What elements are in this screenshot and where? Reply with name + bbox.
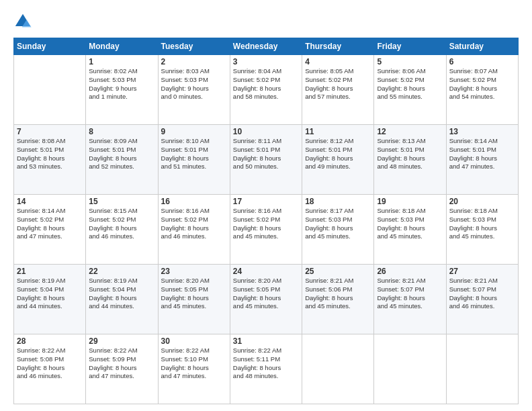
calendar-cell: 1Sunrise: 8:02 AMSunset: 5:03 PMDaylight… bbox=[86, 55, 158, 125]
day-number: 1 bbox=[89, 57, 154, 66]
weekday-header: Wednesday bbox=[230, 38, 302, 55]
day-info: Sunrise: 8:21 AMSunset: 5:07 PMDaylight:… bbox=[377, 277, 443, 311]
day-number: 27 bbox=[449, 267, 515, 276]
day-info: Sunrise: 8:13 AMSunset: 5:01 PMDaylight:… bbox=[377, 137, 443, 171]
calendar-cell: 9Sunrise: 8:10 AMSunset: 5:01 PMDaylight… bbox=[158, 125, 230, 195]
day-number: 30 bbox=[161, 336, 227, 346]
calendar-week-row: 14Sunrise: 8:14 AMSunset: 5:02 PMDayligh… bbox=[14, 195, 519, 265]
day-info: Sunrise: 8:08 AMSunset: 5:01 PMDaylight:… bbox=[17, 137, 83, 171]
day-info: Sunrise: 8:03 AMSunset: 5:03 PMDaylight:… bbox=[161, 67, 227, 101]
day-info: Sunrise: 8:04 AMSunset: 5:02 PMDaylight:… bbox=[233, 67, 299, 101]
day-number: 7 bbox=[17, 127, 83, 136]
calendar-header-row: SundayMondayTuesdayWednesdayThursdayFrid… bbox=[14, 38, 519, 55]
day-number: 28 bbox=[17, 336, 83, 346]
calendar-cell: 12Sunrise: 8:13 AMSunset: 5:01 PMDayligh… bbox=[374, 125, 446, 195]
day-info: Sunrise: 8:12 AMSunset: 5:01 PMDaylight:… bbox=[305, 137, 371, 171]
calendar-cell: 22Sunrise: 8:19 AMSunset: 5:04 PMDayligh… bbox=[86, 265, 158, 334]
calendar-cell: 29Sunrise: 8:22 AMSunset: 5:09 PMDayligh… bbox=[86, 334, 158, 404]
day-info: Sunrise: 8:09 AMSunset: 5:01 PMDaylight:… bbox=[89, 137, 154, 171]
day-info: Sunrise: 8:22 AMSunset: 5:09 PMDaylight:… bbox=[89, 347, 154, 381]
day-info: Sunrise: 8:16 AMSunset: 5:02 PMDaylight:… bbox=[161, 207, 227, 241]
logo bbox=[13, 12, 34, 31]
header bbox=[13, 12, 519, 31]
page: SundayMondayTuesdayWednesdayThursdayFrid… bbox=[0, 0, 532, 411]
calendar-cell: 27Sunrise: 8:21 AMSunset: 5:07 PMDayligh… bbox=[446, 265, 518, 334]
weekday-header: Thursday bbox=[302, 38, 374, 55]
day-number: 5 bbox=[377, 57, 443, 66]
calendar-cell: 13Sunrise: 8:14 AMSunset: 5:01 PMDayligh… bbox=[446, 125, 518, 195]
day-info: Sunrise: 8:21 AMSunset: 5:07 PMDaylight:… bbox=[449, 277, 515, 311]
calendar-week-row: 7Sunrise: 8:08 AMSunset: 5:01 PMDaylight… bbox=[14, 125, 519, 195]
calendar-cell: 17Sunrise: 8:16 AMSunset: 5:02 PMDayligh… bbox=[230, 195, 302, 265]
calendar-cell: 31Sunrise: 8:22 AMSunset: 5:11 PMDayligh… bbox=[230, 334, 302, 404]
day-number: 8 bbox=[89, 127, 154, 136]
calendar-cell bbox=[374, 334, 446, 404]
calendar-cell: 21Sunrise: 8:19 AMSunset: 5:04 PMDayligh… bbox=[14, 265, 86, 334]
day-info: Sunrise: 8:20 AMSunset: 5:05 PMDaylight:… bbox=[233, 277, 299, 311]
day-number: 16 bbox=[161, 197, 227, 206]
day-number: 4 bbox=[305, 57, 371, 66]
weekday-header: Sunday bbox=[14, 38, 86, 55]
calendar-cell: 8Sunrise: 8:09 AMSunset: 5:01 PMDaylight… bbox=[86, 125, 158, 195]
day-number: 29 bbox=[89, 336, 154, 346]
day-number: 25 bbox=[305, 267, 371, 276]
day-info: Sunrise: 8:11 AMSunset: 5:01 PMDaylight:… bbox=[233, 137, 299, 171]
day-number: 11 bbox=[305, 127, 371, 136]
day-number: 2 bbox=[161, 57, 227, 66]
day-info: Sunrise: 8:21 AMSunset: 5:06 PMDaylight:… bbox=[305, 277, 371, 311]
day-info: Sunrise: 8:19 AMSunset: 5:04 PMDaylight:… bbox=[89, 277, 154, 311]
day-info: Sunrise: 8:16 AMSunset: 5:02 PMDaylight:… bbox=[233, 207, 299, 241]
calendar-cell: 28Sunrise: 8:22 AMSunset: 5:08 PMDayligh… bbox=[14, 334, 86, 404]
weekday-header: Monday bbox=[86, 38, 158, 55]
calendar-cell: 5Sunrise: 8:06 AMSunset: 5:02 PMDaylight… bbox=[374, 55, 446, 125]
day-number: 31 bbox=[233, 336, 299, 346]
day-number: 15 bbox=[89, 197, 154, 206]
day-number: 3 bbox=[233, 57, 299, 66]
day-number: 13 bbox=[449, 127, 515, 136]
day-info: Sunrise: 8:20 AMSunset: 5:05 PMDaylight:… bbox=[161, 277, 227, 311]
day-info: Sunrise: 8:17 AMSunset: 5:03 PMDaylight:… bbox=[305, 207, 371, 241]
calendar-body: 1Sunrise: 8:02 AMSunset: 5:03 PMDaylight… bbox=[14, 55, 519, 404]
calendar-cell: 14Sunrise: 8:14 AMSunset: 5:02 PMDayligh… bbox=[14, 195, 86, 265]
day-number: 9 bbox=[161, 127, 227, 136]
day-number: 12 bbox=[377, 127, 443, 136]
day-info: Sunrise: 8:14 AMSunset: 5:01 PMDaylight:… bbox=[449, 137, 515, 171]
day-info: Sunrise: 8:05 AMSunset: 5:02 PMDaylight:… bbox=[305, 67, 371, 101]
calendar-cell: 24Sunrise: 8:20 AMSunset: 5:05 PMDayligh… bbox=[230, 265, 302, 334]
day-number: 10 bbox=[233, 127, 299, 136]
calendar-cell: 6Sunrise: 8:07 AMSunset: 5:02 PMDaylight… bbox=[446, 55, 518, 125]
day-number: 23 bbox=[161, 267, 227, 276]
calendar-cell: 20Sunrise: 8:18 AMSunset: 5:03 PMDayligh… bbox=[446, 195, 518, 265]
logo-icon bbox=[13, 12, 32, 31]
day-number: 18 bbox=[305, 197, 371, 206]
day-number: 6 bbox=[449, 57, 515, 66]
day-number: 17 bbox=[233, 197, 299, 206]
calendar-cell: 15Sunrise: 8:15 AMSunset: 5:02 PMDayligh… bbox=[86, 195, 158, 265]
calendar-cell: 2Sunrise: 8:03 AMSunset: 5:03 PMDaylight… bbox=[158, 55, 230, 125]
calendar-cell: 11Sunrise: 8:12 AMSunset: 5:01 PMDayligh… bbox=[302, 125, 374, 195]
calendar-cell: 18Sunrise: 8:17 AMSunset: 5:03 PMDayligh… bbox=[302, 195, 374, 265]
calendar-cell: 26Sunrise: 8:21 AMSunset: 5:07 PMDayligh… bbox=[374, 265, 446, 334]
calendar-cell: 7Sunrise: 8:08 AMSunset: 5:01 PMDaylight… bbox=[14, 125, 86, 195]
calendar-cell bbox=[446, 334, 518, 404]
calendar-cell bbox=[302, 334, 374, 404]
day-number: 21 bbox=[17, 267, 83, 276]
day-info: Sunrise: 8:22 AMSunset: 5:10 PMDaylight:… bbox=[161, 347, 227, 381]
day-info: Sunrise: 8:02 AMSunset: 5:03 PMDaylight:… bbox=[89, 67, 154, 101]
calendar-week-row: 1Sunrise: 8:02 AMSunset: 5:03 PMDaylight… bbox=[14, 55, 519, 125]
day-info: Sunrise: 8:06 AMSunset: 5:02 PMDaylight:… bbox=[377, 67, 443, 101]
calendar-week-row: 28Sunrise: 8:22 AMSunset: 5:08 PMDayligh… bbox=[14, 334, 519, 404]
day-number: 24 bbox=[233, 267, 299, 276]
calendar-cell: 4Sunrise: 8:05 AMSunset: 5:02 PMDaylight… bbox=[302, 55, 374, 125]
calendar-cell: 16Sunrise: 8:16 AMSunset: 5:02 PMDayligh… bbox=[158, 195, 230, 265]
day-info: Sunrise: 8:18 AMSunset: 5:03 PMDaylight:… bbox=[377, 207, 443, 241]
day-info: Sunrise: 8:10 AMSunset: 5:01 PMDaylight:… bbox=[161, 137, 227, 171]
calendar-table: SundayMondayTuesdayWednesdayThursdayFrid… bbox=[13, 38, 519, 404]
calendar-week-row: 21Sunrise: 8:19 AMSunset: 5:04 PMDayligh… bbox=[14, 265, 519, 334]
weekday-header: Saturday bbox=[446, 38, 518, 55]
calendar-cell: 30Sunrise: 8:22 AMSunset: 5:10 PMDayligh… bbox=[158, 334, 230, 404]
day-info: Sunrise: 8:19 AMSunset: 5:04 PMDaylight:… bbox=[17, 277, 83, 311]
day-number: 20 bbox=[449, 197, 515, 206]
calendar-cell: 25Sunrise: 8:21 AMSunset: 5:06 PMDayligh… bbox=[302, 265, 374, 334]
day-number: 22 bbox=[89, 267, 154, 276]
